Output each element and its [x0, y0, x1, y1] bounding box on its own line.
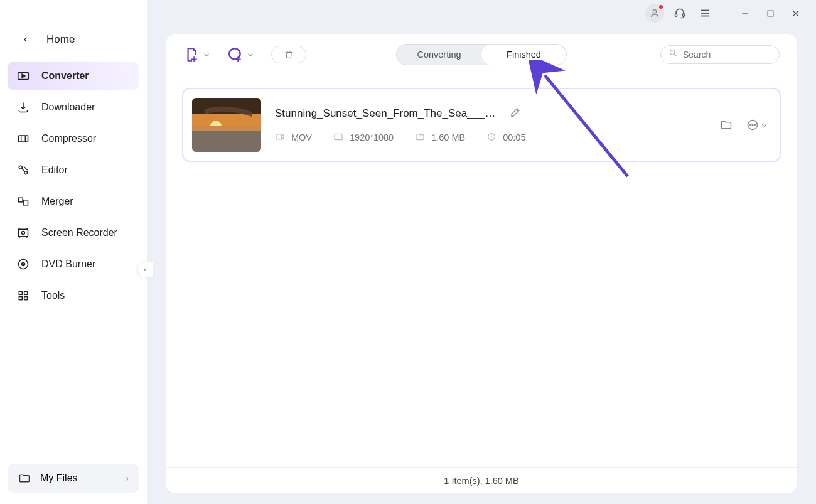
sidebar: Home Converter Downloader Compressor Edi…: [0, 0, 147, 504]
svg-rect-36: [192, 126, 261, 131]
editor-icon: [16, 163, 30, 177]
sidebar-item-dvd-burner[interactable]: DVD Burner: [8, 250, 139, 279]
svg-rect-1: [675, 14, 677, 17]
svg-rect-7: [768, 11, 773, 16]
svg-point-24: [23, 264, 24, 265]
tab-label: Converting: [417, 50, 461, 60]
sidebar-item-label: Screen Recorder: [41, 227, 117, 239]
svg-marker-11: [22, 74, 25, 78]
tab-label: Finished: [507, 50, 541, 60]
svg-rect-27: [19, 297, 22, 300]
clear-button[interactable]: [271, 46, 306, 63]
window-controls: [645, 0, 816, 26]
collapse-sidebar-button[interactable]: [138, 262, 153, 277]
file-info: Stunning_Sunset_Seen_From_The_Sea___Ti..…: [275, 107, 706, 144]
close-button[interactable]: [786, 4, 805, 23]
sidebar-item-merger[interactable]: Merger: [8, 187, 139, 216]
file-format: MOV: [275, 132, 312, 144]
sidebar-item-label: Compressor: [41, 133, 96, 144]
status-tabs: Converting Finished: [396, 44, 567, 65]
svg-rect-2: [683, 14, 685, 17]
chevron-down-icon: [761, 122, 767, 128]
svg-rect-12: [19, 136, 28, 142]
main-panel: Converting Finished: [166, 34, 797, 493]
dvd-burner-icon: [16, 257, 30, 271]
svg-point-21: [22, 232, 25, 235]
size-icon: [415, 132, 425, 144]
support-button[interactable]: [670, 4, 689, 23]
svg-rect-28: [24, 297, 28, 300]
more-options-button[interactable]: [746, 119, 767, 131]
status-text: 1 Item(s), 1.60 MB: [444, 476, 518, 486]
toolbar: Converting Finished: [166, 34, 797, 75]
sidebar-item-label: Merger: [41, 196, 73, 207]
file-duration: 00:05: [486, 132, 525, 144]
tab-finished[interactable]: Finished: [481, 45, 566, 65]
status-bar: 1 Item(s), 1.60 MB: [166, 467, 797, 493]
svg-rect-18: [19, 198, 23, 202]
sidebar-item-label: Tools: [41, 290, 65, 301]
tools-icon: [16, 289, 30, 303]
search-input[interactable]: [683, 50, 793, 60]
compressor-icon: [16, 132, 30, 146]
downloader-icon: [16, 100, 30, 114]
folder-icon: [18, 471, 31, 485]
resolution-icon: [333, 132, 343, 144]
rename-button[interactable]: [510, 107, 521, 121]
hamburger-menu-button[interactable]: [695, 4, 714, 23]
chevron-down-icon: [203, 51, 210, 58]
merger-icon: [16, 195, 30, 208]
converter-icon: [16, 69, 30, 83]
add-file-button[interactable]: [183, 46, 210, 63]
sidebar-item-label: Downloader: [41, 102, 95, 113]
notification-dot-icon: [659, 5, 663, 9]
clock-icon: [486, 132, 497, 144]
sidebar-item-label: DVD Burner: [41, 259, 95, 270]
search-icon: [668, 48, 678, 60]
sidebar-item-screen-recorder[interactable]: Screen Recorder: [8, 218, 139, 247]
sidebar-item-tools[interactable]: Tools: [8, 281, 139, 310]
sidebar-item-downloader[interactable]: Downloader: [8, 93, 139, 122]
svg-rect-38: [335, 134, 342, 139]
account-button[interactable]: [645, 4, 664, 23]
screen-recorder-icon: [16, 226, 30, 240]
video-icon: [275, 132, 285, 144]
minimize-button[interactable]: [736, 4, 754, 23]
svg-rect-26: [24, 291, 28, 294]
svg-line-17: [22, 169, 25, 172]
sidebar-item-label: Converter: [41, 70, 89, 82]
tab-converting[interactable]: Converting: [397, 45, 481, 65]
maximize-button[interactable]: [761, 4, 780, 23]
svg-point-42: [752, 124, 753, 126]
svg-rect-25: [19, 291, 22, 294]
svg-line-31: [674, 54, 676, 56]
file-resolution: 1920*1080: [333, 132, 394, 144]
svg-point-30: [670, 50, 675, 55]
sidebar-item-converter[interactable]: Converter: [8, 62, 139, 90]
home-nav[interactable]: Home: [0, 24, 147, 55]
sidebar-item-label: Editor: [41, 164, 68, 176]
file-actions: [720, 119, 767, 131]
sidebar-item-editor[interactable]: Editor: [8, 156, 139, 185]
my-files-label: My Files: [40, 473, 78, 484]
file-size: 1.60 MB: [415, 132, 465, 144]
sidebar-item-compressor[interactable]: Compressor: [8, 124, 139, 153]
chevron-right-icon: [124, 473, 129, 484]
my-files-button[interactable]: My Files: [8, 464, 139, 493]
search-field[interactable]: [660, 45, 780, 64]
svg-rect-20: [19, 229, 28, 237]
back-chevron-icon: [19, 33, 33, 46]
chevron-down-icon: [247, 51, 254, 58]
video-thumbnail: [192, 98, 261, 152]
add-url-button[interactable]: [227, 46, 254, 63]
open-folder-button[interactable]: [720, 119, 733, 131]
file-row[interactable]: Stunning_Sunset_Seen_From_The_Sea___Ti..…: [182, 88, 781, 162]
svg-rect-37: [276, 134, 282, 139]
file-list: Stunning_Sunset_Seen_From_The_Sea___Ti..…: [166, 75, 797, 467]
svg-point-41: [750, 124, 751, 126]
svg-point-43: [754, 124, 756, 126]
file-title: Stunning_Sunset_Seen_From_The_Sea___Ti..…: [275, 107, 501, 120]
svg-rect-19: [24, 201, 28, 205]
home-label: Home: [46, 33, 75, 46]
svg-point-0: [653, 10, 656, 13]
